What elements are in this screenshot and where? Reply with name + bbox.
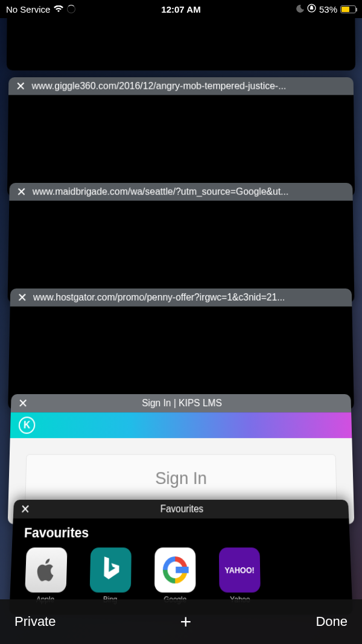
- battery-pct: 53%: [319, 4, 337, 14]
- wifi-icon: [54, 4, 63, 14]
- status-bar: No Service 12:07 AM 53%: [0, 0, 362, 18]
- close-tab-button[interactable]: ✕: [20, 503, 30, 515]
- close-tab-button[interactable]: ✕: [17, 292, 27, 304]
- bing-icon: [90, 547, 132, 593]
- loading-spinner-icon: [67, 5, 75, 13]
- orientation-lock-icon: [307, 4, 316, 14]
- signin-box[interactable]: Sign In: [25, 454, 337, 503]
- tab-title: Sign In | KIPS LMS: [34, 398, 330, 409]
- tab-card[interactable]: ✕ www.giggle360.com/2016/12/angry-mob-te…: [7, 77, 355, 197]
- kips-logo-icon: K: [19, 416, 36, 433]
- tab-title: www.maidbrigade.com/wa/seattle/?utm_sour…: [33, 187, 346, 197]
- close-tab-button[interactable]: ✕: [18, 397, 28, 409]
- tabs-overview[interactable]: ✕ www.giggle360.com/2016/12/angry-mob-te…: [0, 18, 362, 599]
- tab-card[interactable]: ✕ www.maidbrigade.com/wa/seattle/?utm_so…: [8, 183, 355, 303]
- service-status: No Service: [6, 4, 50, 14]
- favourite-item-yahoo[interactable]: YAHOO! Yahoo: [216, 547, 264, 604]
- clock: 12:07 AM: [161, 4, 200, 14]
- favourites-heading: Favourites: [24, 524, 338, 541]
- google-icon: [154, 547, 195, 593]
- apple-icon: [25, 547, 67, 593]
- favourite-item-bing[interactable]: Bing: [86, 547, 134, 604]
- private-button[interactable]: Private: [14, 614, 56, 630]
- yahoo-icon: YAHOO!: [219, 547, 261, 593]
- battery-icon: [340, 5, 356, 13]
- favourite-item-google[interactable]: Google: [151, 547, 198, 604]
- bottom-toolbar: Private + Done: [0, 599, 362, 644]
- favourite-item-apple[interactable]: Apple: [22, 547, 71, 604]
- tab-card[interactable]: ✕ www.hostgator.com/promo/penny-offer?ir…: [8, 289, 354, 410]
- done-button[interactable]: Done: [316, 614, 348, 630]
- tab-title: Favourites: [36, 503, 328, 515]
- tab-title: www.hostgator.com/promo/penny-offer?irgw…: [33, 292, 345, 303]
- do-not-disturb-icon: [296, 4, 304, 14]
- tab-card[interactable]: ✕ Favourites Favourites Apple Bing: [9, 500, 352, 614]
- new-tab-button[interactable]: +: [180, 611, 192, 633]
- tab-title: www.giggle360.com/2016/12/angry-mob-temp…: [32, 81, 347, 92]
- close-tab-button[interactable]: ✕: [16, 186, 27, 198]
- close-tab-button[interactable]: ✕: [16, 80, 26, 92]
